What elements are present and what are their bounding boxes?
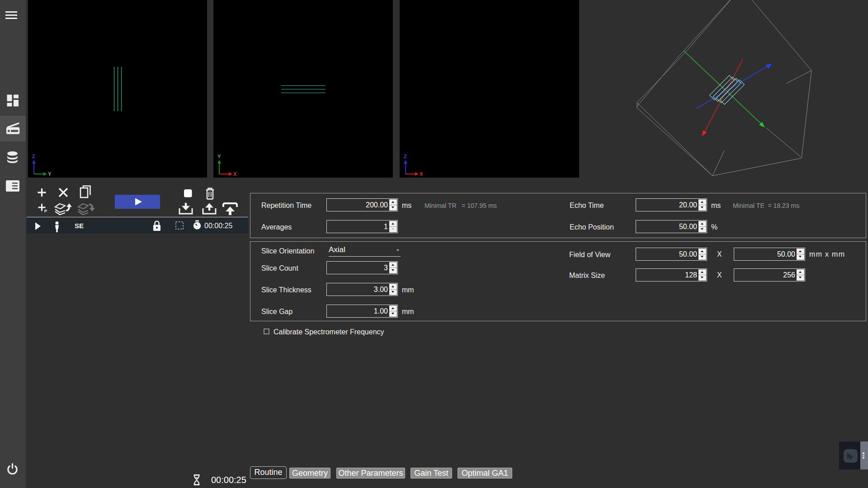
svg-text:Y: Y [217,154,221,159]
svg-text:X: X [233,171,237,177]
svg-text:P: P [44,209,47,213]
svg-text:Z: Z [32,154,35,159]
svg-text:X: X [420,171,423,177]
svg-text:Z: Z [404,154,407,159]
svg-text:Y: Y [48,171,52,177]
